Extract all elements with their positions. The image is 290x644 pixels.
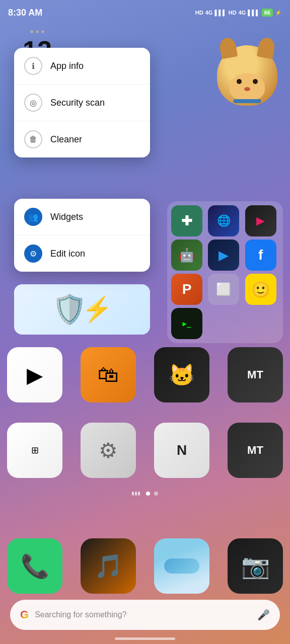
dock-camera[interactable]: 📷: [228, 538, 283, 594]
page-dots: [0, 492, 290, 496]
app-grid-top: ✚ 🌐 ▶ 🤖 ▶ f P ⬜ 🙂 ▶_: [167, 201, 283, 343]
app-facebook[interactable]: f: [245, 239, 276, 271]
camera-icon: 📷: [241, 552, 270, 580]
settings-icon: ⚙: [99, 438, 118, 463]
cleaner-icon: 🗑: [24, 130, 42, 148]
app-settings[interactable]: ⚙: [81, 423, 136, 478]
white-app-shape: [164, 558, 199, 574]
page-dot-2[interactable]: [154, 492, 158, 496]
mistore-icon: 🛍: [98, 363, 119, 387]
page-lines-icon: [132, 492, 134, 496]
app-mi-store[interactable]: 🛍: [81, 347, 136, 403]
gplay-icon: ▶: [27, 363, 43, 387]
lightning-icon: ⚡: [82, 295, 112, 324]
apps-row-2: ⊞ ⚙ N MT: [7, 423, 283, 478]
music-icon: 🎵: [94, 552, 123, 580]
context-menu: ℹ App info ◎ Security scan 🗑 Cleaner: [14, 48, 150, 157]
menu-item-securityscan[interactable]: ◎ Security scan: [14, 85, 150, 121]
hd-badge1: HD: [195, 10, 203, 16]
bottom-dock: 📞 🎵 📷: [7, 538, 283, 594]
app-terminal[interactable]: ▶_: [171, 308, 202, 339]
status-time: 8:30 AM: [8, 8, 42, 18]
apps-row-1: ▶ 🛍 🐱 MT: [7, 347, 283, 403]
app-mt1[interactable]: MT: [228, 347, 283, 403]
search-placeholder: Searching for something?: [35, 610, 251, 619]
microphone-icon[interactable]: 🎤: [257, 609, 270, 621]
cleaner-label: Cleaner: [50, 134, 82, 145]
app-google-grid[interactable]: ⊞: [7, 423, 62, 478]
page-lines-icon2: [135, 492, 137, 496]
signal-bars1: ▌▌▌: [214, 10, 226, 16]
widgets-icon: 👥: [24, 208, 42, 226]
status-bar: 8:30 AM HD 4G ▌▌▌ HD 4G ▌▌▌ 66 ⚡: [0, 0, 290, 25]
dock-music[interactable]: 🎵: [81, 538, 136, 594]
menu-item-widgets[interactable]: 👥 Widgets: [14, 199, 150, 235]
app-google-play[interactable]: ▶: [7, 347, 62, 403]
editicon-icon: ⚙: [24, 245, 42, 263]
charging-icon: ⚡: [275, 10, 282, 16]
securityscan-icon: ◎: [24, 94, 42, 112]
app-transparent[interactable]: ⬜: [208, 274, 239, 305]
app-emoji[interactable]: 🙂: [245, 274, 276, 305]
signal-bars2: ▌▌▌: [248, 10, 259, 16]
widget-menu: 👥 Widgets ⚙ Edit icon: [14, 199, 150, 272]
dock-white-app[interactable]: [154, 538, 209, 594]
app-triangle[interactable]: ▶: [245, 205, 276, 236]
appinfo-icon: ℹ: [24, 57, 42, 75]
app-globe[interactable]: 🌐: [208, 205, 239, 236]
app-pepperfry[interactable]: P: [171, 274, 202, 305]
signal-4g1: 4G: [205, 10, 213, 16]
app-notepad-pro[interactable]: N: [154, 423, 209, 478]
np-icon: N: [177, 442, 187, 458]
home-indicator[interactable]: [115, 637, 175, 640]
signal-4g2: 4G: [239, 10, 246, 16]
google-logo: G: [20, 608, 29, 621]
securityscan-label: Security scan: [50, 98, 105, 108]
appinfo-label: App info: [50, 61, 84, 71]
menu-item-editicon[interactable]: ⚙ Edit icon: [14, 235, 150, 272]
search-bar[interactable]: G Searching for something? 🎤: [10, 600, 280, 630]
app-play-blue[interactable]: ▶: [208, 239, 239, 271]
app-mt2[interactable]: MT: [228, 423, 283, 478]
menu-item-cleaner[interactable]: 🗑 Cleaner: [14, 121, 150, 157]
app-droid[interactable]: 🤖: [171, 239, 202, 271]
google-grid-icon: ⊞: [31, 445, 39, 456]
battery-indicator: 66: [262, 9, 273, 17]
status-icons: HD 4G ▌▌▌ HD 4G ▌▌▌ 66 ⚡: [195, 9, 282, 17]
page-dot-1[interactable]: [146, 492, 150, 496]
cat-icon: 🐱: [169, 363, 195, 387]
app-cat[interactable]: 🐱: [154, 347, 209, 403]
phone-icon: 📞: [21, 552, 49, 580]
dock-phone[interactable]: 📞: [7, 538, 62, 594]
app-bandaid[interactable]: ✚: [171, 205, 202, 236]
page-lines-icon3: [138, 492, 140, 496]
corgi-character: [214, 45, 280, 111]
editicon-label: Edit icon: [50, 249, 85, 259]
mt1-label: MT: [247, 368, 263, 381]
mt2-label: MT: [247, 444, 263, 457]
menu-item-appinfo[interactable]: ℹ App info: [14, 48, 150, 85]
shield-banner[interactable]: 🛡️ ⚡: [14, 284, 150, 335]
widgets-label: Widgets: [50, 212, 83, 222]
hd-badge2: HD: [229, 10, 237, 16]
